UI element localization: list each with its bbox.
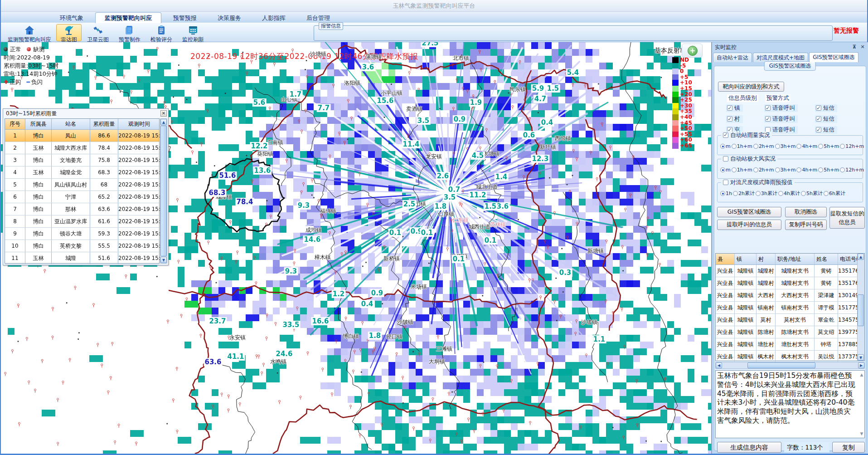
radio-2h+m[interactable]: 2h+m bbox=[753, 143, 774, 149]
table-row[interactable]: 10博白英桥文黎55.52022-08-19 15:00 bbox=[5, 240, 159, 252]
header-cell[interactable]: 观测时间 bbox=[118, 119, 160, 129]
table-row[interactable]: 1博白凤山86.62022-08-19 15:00 bbox=[5, 130, 159, 142]
radio-4h累计[interactable]: 4h累计 bbox=[778, 190, 800, 197]
toolbar-button-1[interactable]: 监测预警靶向叫应 bbox=[5, 24, 54, 41]
checkbox-icon[interactable] bbox=[816, 105, 821, 111]
radio-icon[interactable] bbox=[733, 191, 738, 196]
radio-1h[interactable]: 1h bbox=[720, 191, 732, 196]
forecast-group-checkbox[interactable] bbox=[723, 180, 728, 185]
scroll-down-icon[interactable]: ▼ bbox=[858, 354, 864, 361]
checkbox-icon[interactable] bbox=[765, 116, 771, 122]
radio-icon[interactable] bbox=[824, 191, 829, 196]
map-zoom-button[interactable]: + bbox=[688, 46, 698, 56]
radio-icon[interactable] bbox=[720, 167, 725, 172]
radio-1h+m[interactable]: 1h+m bbox=[732, 167, 752, 173]
gis-select-button[interactable]: GIS预警区域圈选 bbox=[717, 207, 781, 217]
menu-tab-2[interactable]: 监测预警靶向叫应 bbox=[95, 12, 161, 23]
radio-icon[interactable] bbox=[840, 144, 845, 149]
radio-icon[interactable] bbox=[775, 144, 780, 149]
menu-tab-1[interactable]: 环境气象 bbox=[51, 13, 92, 24]
scroll-down-icon[interactable]: ▼ bbox=[160, 257, 167, 263]
wind-group-checkbox[interactable] bbox=[723, 156, 728, 161]
radio-3h+m[interactable]: 3h+m bbox=[775, 143, 796, 149]
sms-checkbox-屯[interactable]: 短信 bbox=[815, 126, 837, 134]
radio-icon[interactable] bbox=[775, 167, 780, 172]
table-row[interactable]: 3博白文地姜充75.82022-08-19 15:00 bbox=[5, 154, 159, 166]
extract-call-button[interactable]: 提取呼叫的信息员 bbox=[717, 220, 781, 230]
radio-12h+m[interactable]: 12h+m bbox=[840, 167, 864, 173]
table-row[interactable]: 兴业县城隍镇塘肚村塘肚村支书钟塔1378855341 bbox=[716, 338, 864, 351]
table-row[interactable]: 5博白凤山镇凤山村682022-08-19 15:00 bbox=[5, 179, 159, 191]
scroll-up-icon[interactable]: ▲ bbox=[858, 254, 864, 260]
table-row[interactable]: 兴业县城隍镇城隍村城隍村支书黄铸1351769757 bbox=[716, 265, 864, 277]
contacts-vscrollbar[interactable]: ▲ ▼ bbox=[857, 254, 864, 361]
checkbox-icon[interactable] bbox=[816, 116, 821, 122]
radio-icon[interactable] bbox=[840, 167, 845, 172]
panel-tab-2[interactable]: 对流尺度模式+地图 bbox=[753, 53, 808, 62]
scroll-thumb[interactable] bbox=[747, 362, 815, 368]
scroll-thumb[interactable] bbox=[160, 126, 167, 256]
header-cell[interactable]: 镇 bbox=[735, 254, 756, 264]
radio-m[interactable]: m bbox=[720, 167, 731, 173]
radio-5h+m[interactable]: 5h+m bbox=[818, 167, 839, 173]
panel-tab-1[interactable]: 自动站+雷达 bbox=[713, 53, 752, 62]
radio-6h累计[interactable]: 6h累计 bbox=[824, 190, 845, 197]
radio-m[interactable]: m bbox=[720, 143, 731, 149]
toolbar-button-4[interactable]: 预警制作 bbox=[114, 24, 145, 41]
header-cell[interactable]: 累积雨量 bbox=[90, 119, 118, 129]
voice-checkbox-镇[interactable]: 语音呼叫 bbox=[764, 104, 798, 112]
radio-4h+m[interactable]: 4h+m bbox=[796, 143, 817, 149]
voice-checkbox-村[interactable]: 语音呼叫 bbox=[764, 115, 798, 123]
radio-5h累计[interactable]: 5h累计 bbox=[801, 190, 823, 197]
radio-icon[interactable] bbox=[753, 167, 758, 172]
toolbar-button-2[interactable]: 雷达图 bbox=[56, 24, 82, 41]
scroll-up-icon[interactable]: ▲ bbox=[160, 119, 167, 125]
header-cell[interactable]: 序号 bbox=[5, 119, 25, 129]
checkbox-icon[interactable] bbox=[727, 105, 732, 111]
level-checkbox-镇[interactable]: 镇 bbox=[726, 104, 743, 112]
table-row[interactable]: 兴业县城隍镇枫木村枫木村支书吴以悦1373755111 bbox=[716, 351, 864, 363]
scroll-right-icon[interactable]: ▶ bbox=[858, 362, 864, 368]
sms-checkbox-镇[interactable]: 短信 bbox=[815, 104, 837, 112]
rain-table-scrollbar[interactable]: ▲ ▼ bbox=[160, 118, 167, 264]
radio-icon[interactable] bbox=[801, 191, 806, 196]
table-row[interactable]: 7博白那林63.62022-08-19 15:00 bbox=[5, 203, 159, 215]
pin-icon[interactable]: ⊼ bbox=[851, 44, 858, 51]
radio-icon[interactable] bbox=[756, 191, 761, 196]
header-cell[interactable]: 职务/地址 bbox=[776, 254, 815, 264]
header-cell[interactable]: 村 bbox=[756, 254, 776, 264]
copy-numbers-button[interactable]: 复制呼叫号码 bbox=[785, 220, 827, 230]
scroll-down-icon[interactable]: ▼ bbox=[859, 431, 864, 436]
menu-tab-4[interactable]: 决策服务 bbox=[209, 13, 250, 24]
radio-icon[interactable] bbox=[796, 167, 801, 172]
scroll-up-icon[interactable]: ▲ bbox=[859, 372, 864, 377]
menu-tab-3[interactable]: 预警预报 bbox=[164, 13, 206, 24]
radio-icon[interactable] bbox=[796, 144, 801, 149]
table-row[interactable]: 2玉林城隍大西水库78.42022-08-19 15:00 bbox=[5, 142, 159, 154]
toolbar-button-5[interactable]: 检验评分 bbox=[146, 24, 177, 41]
table-row[interactable]: 兴业县城隍镇大西村大西村支书梁泽建1301495715 bbox=[716, 289, 864, 302]
checkbox-icon[interactable] bbox=[765, 105, 771, 111]
generate-message-button[interactable]: 生成信息内容 bbox=[717, 442, 781, 453]
checkbox-icon[interactable] bbox=[816, 127, 821, 132]
table-row[interactable]: 兴业县城隍镇莫村莫村支书覃金乾1345754051 bbox=[716, 314, 864, 326]
toolbar-button-6[interactable]: 监控刷新 bbox=[178, 24, 209, 41]
table-row[interactable]: 11玉林城隍51.62022-08-19 15:00 bbox=[5, 252, 159, 264]
toolbar-button-3[interactable]: 卫星云图 bbox=[82, 24, 113, 41]
table-row[interactable]: 9博白顿谷大塘59.32022-08-19 15:00 bbox=[5, 228, 159, 240]
menu-tab-5[interactable]: 人影指挥 bbox=[253, 13, 295, 24]
header-cell[interactable]: 县 bbox=[716, 254, 735, 264]
radio-icon[interactable] bbox=[818, 167, 823, 172]
copy-button[interactable]: 复制 bbox=[832, 442, 865, 453]
header-cell[interactable]: 姓名 bbox=[815, 254, 838, 264]
warning-message-textarea[interactable]: 玉林市气象台19日5时15分发布暴雨橙色预警信号：4时以来兴业县城隍大西水库已出… bbox=[715, 370, 865, 438]
level-checkbox-村[interactable]: 村 bbox=[726, 115, 743, 123]
radio-icon[interactable] bbox=[778, 191, 783, 196]
scroll-left-icon[interactable]: ◀ bbox=[716, 362, 722, 368]
checkbox-icon[interactable] bbox=[727, 116, 732, 122]
radio-icon[interactable] bbox=[732, 167, 737, 172]
extract-sms-button[interactable]: 提取发短信的信息员 bbox=[829, 207, 865, 229]
table-row[interactable]: 兴业县城隍镇陈塘村陈塘村支书莫文绍1397757961 bbox=[716, 326, 864, 338]
header-cell[interactable]: 所属县 bbox=[25, 119, 52, 129]
radio-icon[interactable] bbox=[753, 144, 758, 149]
